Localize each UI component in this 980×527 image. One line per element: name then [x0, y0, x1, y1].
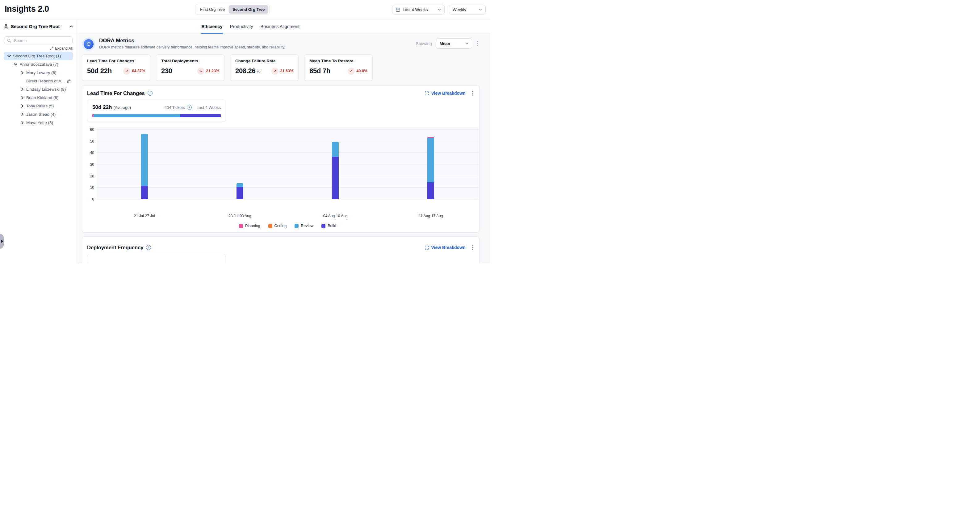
bar-segment-review — [141, 134, 148, 186]
bar-segment-review — [427, 138, 434, 183]
tree-item-label: Brian Kirkland (6) — [26, 95, 58, 100]
dora-title: DORA Metrics — [99, 38, 285, 44]
tree-item[interactable]: Brian Kirkland (6) — [4, 94, 73, 102]
lead-time-section: Lead Time For Changes i View Breakdown — [82, 85, 479, 233]
chevron-right-icon[interactable] — [20, 121, 24, 124]
chart-plot-area: 0102030405060 — [97, 127, 479, 199]
kebab-menu-icon[interactable] — [471, 89, 474, 97]
tree-item[interactable]: Tony Pallas (5) — [4, 102, 73, 110]
granularity-select[interactable]: Weekly — [449, 5, 486, 14]
filter-icon[interactable] — [66, 79, 71, 83]
phase-segment-build — [180, 114, 221, 117]
view-breakdown-button[interactable]: View Breakdown — [425, 245, 465, 250]
tree-item[interactable]: Lindsay Liszewski (8) — [4, 85, 73, 94]
search-input[interactable] — [13, 38, 70, 43]
tab-efficiency[interactable]: Efficiency — [201, 19, 223, 33]
chevron-right-icon[interactable] — [20, 96, 24, 99]
legend-item-build[interactable]: Build — [321, 224, 336, 228]
tree-item[interactable]: Jason Stead (4) — [4, 110, 73, 119]
content-scroll-area: DORA Metrics DORA metrics measure softwa… — [77, 33, 490, 264]
metric-card-delta: 84.37% — [132, 69, 145, 73]
org-tree-toggle-option[interactable]: First Org Tree — [196, 5, 229, 14]
bar-segment-review — [237, 183, 243, 187]
view-breakdown-button[interactable]: View Breakdown — [425, 91, 465, 96]
aggregation-select[interactable]: Mean — [436, 38, 472, 49]
legend-label: Build — [328, 224, 336, 228]
chevron-down-icon[interactable] — [14, 63, 18, 65]
info-icon[interactable]: i — [148, 91, 153, 96]
kebab-menu-icon[interactable] — [476, 40, 480, 47]
trend-down-icon: ↘ — [197, 68, 204, 75]
legend-item-coding[interactable]: Coding — [268, 224, 287, 228]
tree-item-label: Lindsay Liszewski (8) — [26, 87, 66, 92]
summary-period: Last 4 Weeks — [196, 105, 221, 110]
expand-all-label: Expand All — [55, 46, 73, 51]
chevron-right-icon[interactable] — [20, 87, 24, 91]
showing-label: Showing — [416, 41, 432, 46]
collapse-panel-icon[interactable] — [70, 25, 73, 27]
calendar-icon — [396, 7, 400, 12]
metric-card[interactable]: Mean Time To Restore85d 7h↗40.8% — [304, 54, 373, 81]
y-axis-tick-label: 30 — [85, 162, 94, 167]
granularity-value: Weekly — [453, 7, 476, 12]
tab-productivity[interactable]: Productivity — [229, 19, 254, 33]
metric-card-delta: 21.23% — [206, 69, 219, 73]
header-controls: Last 4 Weeks Weekly — [392, 5, 486, 14]
dora-metrics-header: DORA Metrics DORA metrics measure softwa… — [82, 38, 479, 49]
chevron-right-icon[interactable] — [20, 71, 24, 75]
tree-item-label: Anna Scozzafava (7) — [20, 62, 58, 67]
bar-segment-build — [332, 157, 339, 199]
metric-card[interactable]: Lead Time For Changes50d 22h↗84.37% — [82, 54, 150, 81]
legend-label: Coding — [275, 224, 287, 228]
app-root: Insights 2.0 First Org TreeSecond Org Tr… — [0, 0, 490, 264]
summary-value: 50d 22h — [92, 104, 112, 111]
legend-swatch — [268, 224, 272, 228]
sidebar-collapse-handle[interactable] — [0, 234, 4, 249]
legend-item-planning[interactable]: Planning — [239, 224, 260, 228]
metric-card-title: Mean Time To Restore — [309, 59, 368, 63]
sidebar-header: Second Org Tree Root — [0, 19, 76, 34]
kebab-menu-icon[interactable] — [471, 244, 474, 251]
gridline — [97, 164, 479, 165]
metric-card-title: Lead Time For Changes — [87, 59, 145, 63]
chevron-right-icon[interactable] — [20, 113, 24, 116]
metric-card-delta: 31.63% — [280, 69, 293, 73]
info-icon[interactable]: i — [187, 105, 192, 110]
chevron-down-icon[interactable] — [7, 55, 11, 57]
tree-item[interactable]: Anna Scozzafava (7) — [4, 60, 73, 68]
tabs-bar: EfficiencyProductivityBusiness Alignment — [77, 19, 490, 34]
summary-qualifier: (Average) — [113, 105, 131, 110]
date-range-select[interactable]: Last 4 Weeks — [392, 5, 445, 14]
metric-card-delta: 40.8% — [356, 69, 368, 73]
stacked-bar — [332, 142, 339, 199]
tree-item[interactable]: Direct Reports of A... — [4, 77, 73, 85]
chevron-down-icon — [465, 43, 468, 44]
deployment-summary — [87, 254, 226, 264]
bar-segment-build — [237, 187, 243, 199]
chevron-right-icon[interactable] — [20, 104, 24, 108]
tree-item-label: Second Org Tree Root (1) — [13, 54, 61, 58]
tree-item[interactable]: Maya Yette (3) — [4, 119, 73, 127]
metric-card[interactable]: Change Failure Rate208.26%↗31.63% — [230, 54, 299, 81]
deployment-frequency-section: Deployment Frequency i View Breakdown — [82, 237, 479, 264]
y-axis-tick-label: 10 — [85, 186, 94, 190]
page-title: Insights 2.0 — [5, 4, 49, 14]
info-icon[interactable]: i — [146, 245, 151, 250]
org-tree-toggle: First Org TreeSecond Org Tree — [195, 4, 270, 15]
tree-item[interactable]: Second Org Tree Root (1) — [4, 52, 73, 60]
tree-item-label: Tony Pallas (5) — [26, 104, 54, 108]
tree-item[interactable]: Mary Lowery (6) — [4, 68, 73, 77]
y-axis-tick-label: 60 — [85, 127, 94, 132]
stacked-bar — [141, 134, 148, 199]
metric-card[interactable]: Total Deployments230↘21.23% — [156, 54, 224, 81]
org-tree-toggle-option[interactable]: Second Org Tree — [229, 5, 268, 14]
trend-up-icon: ↗ — [271, 68, 278, 75]
chart-legend: PlanningCodingReviewBuild — [97, 224, 479, 228]
legend-item-review[interactable]: Review — [294, 224, 313, 228]
expand-all-button[interactable]: Expand All — [4, 46, 73, 51]
metric-card-value: 208.26 — [235, 67, 256, 75]
tab-business-alignment[interactable]: Business Alignment — [260, 19, 300, 33]
lead-time-title: Lead Time For Changes — [87, 90, 145, 96]
x-axis-tick-label: 28 Jul-03 Aug — [229, 214, 251, 218]
trend-up-icon: ↗ — [123, 68, 130, 75]
